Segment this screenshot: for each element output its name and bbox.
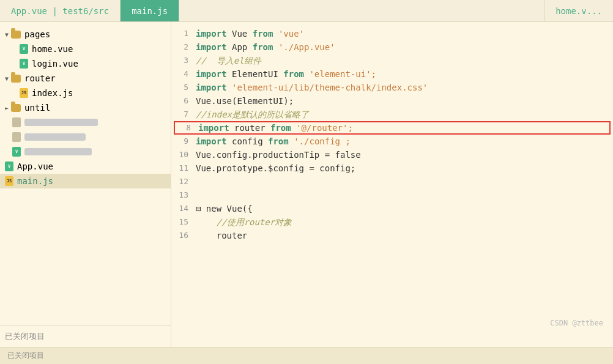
code-line-12: 12 (171, 175, 613, 188)
watermark: CSDN @zttbee (550, 319, 603, 327)
line-number-7: 7 (171, 108, 196, 121)
line-content-5: import 'element-ui/lib/theme-chalk/index… (196, 81, 613, 94)
sidebar-bottom-label: 已关闭项目 (5, 332, 45, 341)
sidebar-item-pages[interactable]: ▼ pages (0, 27, 171, 42)
vue-file-icon: V (20, 59, 28, 69)
code-line-9: 9 import config from './config ; (171, 135, 613, 148)
code-line-5: 5 import 'element-ui/lib/theme-chalk/ind… (171, 81, 613, 94)
code-editor[interactable]: 1 import Vue from 'vue' 2 import App fro… (171, 22, 613, 347)
file-icon (12, 117, 21, 127)
line-content-7: //index是默认的所以省略了 (196, 108, 613, 121)
folder-icon (11, 31, 21, 39)
chevron-right-icon: ► (5, 105, 9, 111)
vue-file-icon: V (5, 162, 13, 171)
code-line-3: 3 // 导入el组件 (171, 54, 613, 67)
line-number-13: 13 (171, 188, 196, 202)
sidebar-item-home-vue-label: home.vue (32, 44, 73, 54)
file-icon (12, 132, 21, 142)
line-content-6: Vue.use(ElementUI); (196, 94, 613, 108)
sidebar-item-router[interactable]: ▼ router (0, 71, 171, 86)
code-line-1: 1 import Vue from 'vue' (171, 27, 613, 40)
blurred-label-3 (24, 148, 92, 155)
js-file-icon: JS (20, 88, 28, 98)
line-content-15: //使用router对象 (196, 215, 613, 229)
tab-main-js-label: main.js (132, 6, 168, 16)
code-line-6: 6 Vue.use(ElementUI); (171, 94, 613, 108)
code-line-13: 13 (171, 188, 613, 202)
code-line-15: 15 //使用router对象 (171, 215, 613, 229)
line-number-16: 16 (171, 229, 196, 242)
sidebar-item-main-js[interactable]: JS main.js (0, 174, 171, 188)
line-content-4: import ElementUI from 'element-ui'; (196, 67, 613, 81)
chevron-down-icon: ▼ (5, 75, 9, 82)
line-number-11: 11 (171, 162, 196, 175)
blurred-label-1 (24, 119, 98, 126)
line-number-6: 6 (171, 94, 196, 108)
bottom-bar: 已关闭项目 (0, 347, 613, 364)
sidebar-item-main-js-label: main.js (17, 176, 53, 186)
line-content-16: router (196, 229, 613, 242)
line-number-14: 14 (171, 202, 196, 215)
main-area: ▼ pages V home.vue V login.vue ▼ router … (0, 22, 613, 347)
line-number-1: 1 (171, 27, 196, 40)
code-line-10: 10 Vue.config.productionTip = false (171, 148, 613, 162)
code-line-11: 11 Vue.prototype.$config = config; (171, 162, 613, 175)
sidebar-item-index-js-label: index.js (32, 88, 73, 98)
sidebar-bottom: 已关闭项目 (0, 325, 171, 347)
sidebar-item-login-vue-label: login.vue (32, 59, 78, 69)
sidebar: ▼ pages V home.vue V login.vue ▼ router … (0, 22, 171, 347)
sidebar-item-router-label: router (24, 73, 56, 83)
sidebar-item-pages-label: pages (24, 29, 50, 39)
line-content-10: Vue.config.productionTip = false (196, 148, 613, 162)
sidebar-item-login-vue[interactable]: V login.vue (0, 56, 171, 71)
line-content-8: import router from '@/router'; (198, 121, 611, 135)
sidebar-item-until[interactable]: ► until (0, 100, 171, 115)
line-number-4: 4 (171, 67, 196, 81)
folder-icon (11, 104, 21, 112)
code-line-4: 4 import ElementUI from 'element-ui'; (171, 67, 613, 81)
vue-file-icon: V (20, 44, 28, 54)
code-line-2: 2 import App from './App.vue' (171, 40, 613, 54)
js-file-icon: JS (5, 176, 13, 186)
line-content-14: ⊟ new Vue({ (196, 202, 613, 215)
folder-icon (11, 75, 21, 83)
tab-bar: App.vue | test6/src main.js home.v... (0, 0, 613, 22)
tab-app-vue[interactable]: App.vue | test6/src (0, 0, 121, 21)
line-content-1: import Vue from 'vue' (196, 27, 613, 40)
tab-app-vue-label: App.vue | test6/src (11, 6, 109, 16)
line-number-5: 5 (171, 81, 196, 94)
line-number-8: 8 (174, 121, 198, 135)
bottom-bar-label: 已关闭项目 (7, 351, 44, 361)
sidebar-blurred-3[interactable]: V (0, 144, 171, 159)
tab-home-vue-label: home.v... (555, 6, 602, 16)
tab-home-vue[interactable]: home.v... (544, 0, 613, 21)
line-content-3: // 导入el组件 (196, 54, 613, 67)
sidebar-item-until-label: until (24, 103, 50, 113)
line-number-10: 10 (171, 148, 196, 162)
line-number-9: 9 (171, 135, 196, 148)
code-line-14: 14 ⊟ new Vue({ (171, 202, 613, 215)
code-line-16: 16 router (171, 229, 613, 242)
line-number-15: 15 (171, 215, 196, 229)
code-line-8: 8 import router from '@/router'; (174, 121, 611, 135)
line-content-11: Vue.prototype.$config = config; (196, 162, 613, 175)
code-line-7: 7 //index是默认的所以省略了 (171, 108, 613, 121)
watermark-text: CSDN @zttbee (550, 319, 603, 327)
line-number-12: 12 (171, 175, 196, 188)
tab-main-js[interactable]: main.js (121, 0, 179, 21)
code-lines: 1 import Vue from 'vue' 2 import App fro… (171, 27, 613, 242)
line-number-3: 3 (171, 54, 196, 67)
sidebar-blurred-2[interactable] (0, 130, 171, 144)
sidebar-item-index-js[interactable]: JS index.js (0, 86, 171, 100)
line-number-2: 2 (171, 40, 196, 54)
sidebar-item-home-vue[interactable]: V home.vue (0, 42, 171, 56)
sidebar-item-app-vue[interactable]: V App.vue (0, 159, 171, 174)
chevron-down-icon: ▼ (5, 31, 9, 38)
sidebar-blurred-1[interactable] (0, 115, 171, 130)
line-content-9: import config from './config ; (196, 135, 613, 148)
blurred-label-2 (24, 133, 86, 141)
sidebar-item-app-vue-label: App.vue (17, 162, 53, 171)
vue-file-icon: V (12, 147, 21, 157)
line-content-2: import App from './App.vue' (196, 40, 613, 54)
